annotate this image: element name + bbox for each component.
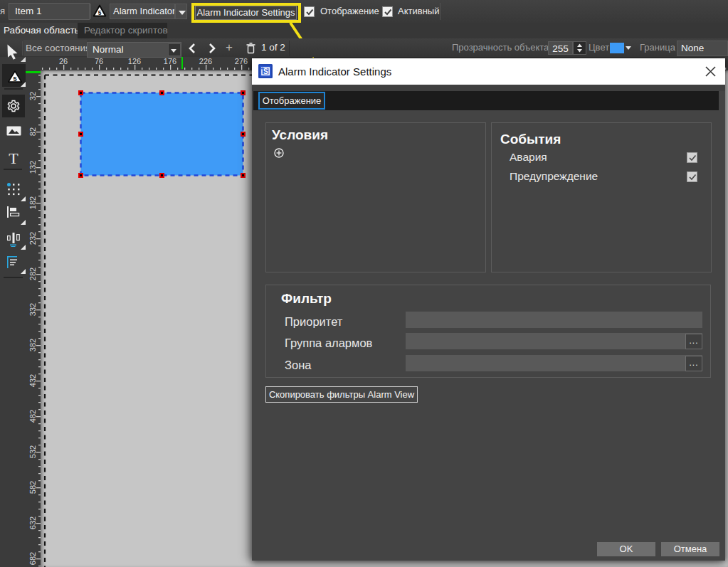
svg-text:S: S: [263, 68, 268, 75]
svg-text:5: 5: [98, 10, 102, 16]
